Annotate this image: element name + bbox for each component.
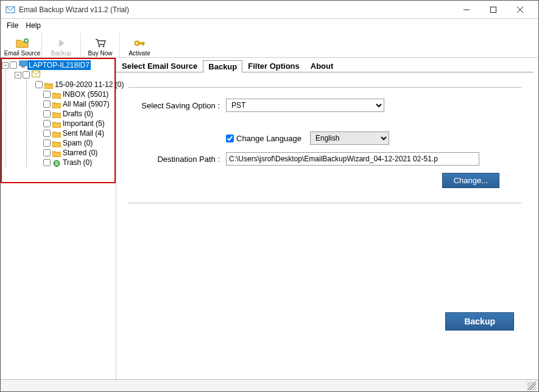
svg-point-9 xyxy=(136,43,138,44)
folder-checkbox[interactable] xyxy=(43,120,51,127)
folder-tree-pane: − LAPTOP-IL218ID7 − 15-09-2020 11-12 (0)… xyxy=(1,58,116,379)
toolbar-backup[interactable]: Backup xyxy=(42,33,81,57)
titlebar: Email Backup Wizard v11.2 (Trial) xyxy=(1,1,538,19)
folder-checkbox[interactable] xyxy=(43,159,51,166)
collapse-icon[interactable]: − xyxy=(15,72,21,79)
backup-button-row: Backup xyxy=(445,312,514,331)
svg-point-6 xyxy=(98,46,100,47)
svg-rect-12 xyxy=(19,61,27,66)
toolbar-backup-label: Backup xyxy=(51,50,71,57)
svg-point-7 xyxy=(102,46,104,47)
tree-account[interactable]: − xyxy=(15,70,114,80)
svg-rect-11 xyxy=(143,43,144,45)
close-button[interactable] xyxy=(507,1,534,18)
tree-folder[interactable]: Important (5) xyxy=(35,119,114,128)
folder-label: 15-09-2020 11-12 (0) xyxy=(55,80,124,89)
tree-root-checkbox[interactable] xyxy=(10,61,17,69)
computer-icon xyxy=(19,60,27,70)
tab-select-source[interactable]: Select Email Source xyxy=(116,60,203,72)
toolbar-email-source[interactable]: Email Source xyxy=(3,33,42,57)
toolbar-activate[interactable]: Activate xyxy=(120,33,159,57)
tab-filter-options[interactable]: Filter Options xyxy=(242,60,305,72)
folder-icon xyxy=(44,82,53,88)
menu-help[interactable]: Help xyxy=(26,21,41,30)
folder-icon xyxy=(52,130,61,137)
svg-rect-13 xyxy=(21,66,25,68)
tab-about[interactable]: About xyxy=(305,60,339,72)
folder-tree: − LAPTOP-IL218ID7 − 15-09-2020 11-12 (0)… xyxy=(1,58,116,170)
tree-folder[interactable]: All Mail (5907) xyxy=(35,99,114,109)
play-icon xyxy=(57,37,66,50)
tabbar: Select Email Source Backup Filter Option… xyxy=(116,59,534,72)
destination-label: Destination Path : xyxy=(129,155,226,164)
backup-panel: Select Saving Option : PST Change Langua… xyxy=(116,72,534,203)
mail-icon xyxy=(32,70,40,80)
folder-label: Drafts (0) xyxy=(63,109,93,119)
divider xyxy=(129,87,521,88)
toolbar-buy-now[interactable]: Buy Now xyxy=(81,33,120,57)
window-title: Email Backup Wizard v11.2 (Trial) xyxy=(19,5,453,14)
saving-option-select[interactable]: PST xyxy=(226,99,384,112)
folder-checkbox[interactable] xyxy=(35,81,43,88)
tree-folder[interactable]: Trash (0) xyxy=(35,158,114,167)
folder-checkbox[interactable] xyxy=(43,91,51,98)
destination-row: Destination Path : xyxy=(129,152,521,166)
minimize-button[interactable] xyxy=(453,1,480,18)
folder-icon xyxy=(52,91,61,98)
folder-checkbox[interactable] xyxy=(43,149,51,156)
folder-label: Sent Mail (4) xyxy=(63,128,104,138)
folder-icon xyxy=(52,101,61,108)
tree-root[interactable]: − LAPTOP-IL218ID7 xyxy=(2,60,114,70)
saving-option-label: Select Saving Option : xyxy=(129,101,226,110)
change-button-row: Change... xyxy=(129,173,521,188)
toolbar-buy-now-label: Buy Now xyxy=(88,50,112,57)
folder-checkbox[interactable] xyxy=(43,130,51,137)
tab-backup[interactable]: Backup xyxy=(203,60,242,72)
folder-icon xyxy=(52,140,61,147)
backup-button[interactable]: Backup xyxy=(445,312,514,331)
trash-icon xyxy=(52,159,61,166)
folder-plus-icon xyxy=(16,37,29,50)
folder-label: Starred (0) xyxy=(63,148,97,158)
app-icon xyxy=(5,5,15,15)
tree-folder[interactable]: Drafts (0) xyxy=(35,109,114,119)
folder-icon xyxy=(52,121,61,127)
folder-checkbox[interactable] xyxy=(43,110,51,117)
content-area: Select Email Source Backup Filter Option… xyxy=(116,58,538,379)
toolbar-activate-label: Activate xyxy=(129,50,150,57)
divider xyxy=(129,203,521,203)
key-icon xyxy=(133,37,146,50)
resize-grip-icon[interactable] xyxy=(527,382,536,390)
tree-account-checkbox[interactable] xyxy=(23,71,30,79)
folder-label: INBOX (5501) xyxy=(63,89,108,99)
statusbar xyxy=(1,379,538,391)
cart-icon xyxy=(94,37,107,50)
language-row: Change Language English xyxy=(129,131,521,145)
svg-rect-2 xyxy=(491,7,496,12)
tree-folder[interactable]: Spam (0) xyxy=(35,138,114,148)
folder-icon xyxy=(52,150,61,156)
change-language-label: Change Language xyxy=(236,134,301,143)
toolbar: Email Source Backup Buy Now Activate xyxy=(1,32,538,58)
destination-path-input[interactable] xyxy=(226,152,479,166)
toolbar-email-source-label: Email Source xyxy=(4,50,40,57)
folder-checkbox[interactable] xyxy=(43,100,51,108)
folder-label: Trash (0) xyxy=(63,158,92,167)
menubar: File Help xyxy=(1,19,538,32)
change-language-checkbox[interactable] xyxy=(226,135,234,142)
folder-icon xyxy=(52,111,61,117)
maximize-button[interactable] xyxy=(480,1,507,18)
change-button[interactable]: Change... xyxy=(442,173,499,188)
main: − LAPTOP-IL218ID7 − 15-09-2020 11-12 (0)… xyxy=(1,58,538,379)
saving-option-row: Select Saving Option : PST xyxy=(129,99,521,112)
menu-file[interactable]: File xyxy=(7,21,18,30)
tree-folder[interactable]: Sent Mail (4) xyxy=(35,128,114,138)
folder-checkbox[interactable] xyxy=(43,139,51,147)
tree-folder[interactable]: INBOX (5501) xyxy=(35,89,114,99)
folder-label: All Mail (5907) xyxy=(63,99,110,109)
change-language-checkbox-label[interactable]: Change Language xyxy=(226,134,301,143)
collapse-icon[interactable]: − xyxy=(2,62,9,69)
tree-folder[interactable]: 15-09-2020 11-12 (0) xyxy=(35,80,114,89)
tree-folder[interactable]: Starred (0) xyxy=(35,148,114,158)
language-select[interactable]: English xyxy=(310,131,389,145)
